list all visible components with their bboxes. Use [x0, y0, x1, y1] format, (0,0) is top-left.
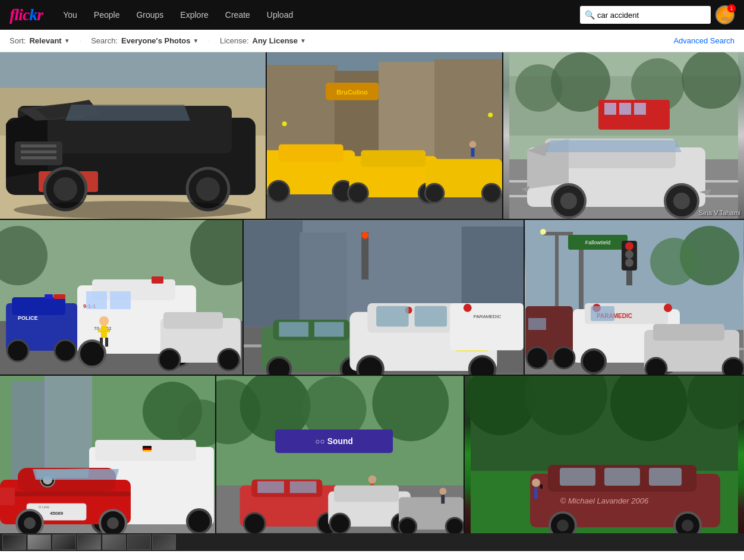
svg-rect-171: [143, 450, 152, 452]
advanced-search-link[interactable]: Advanced Search: [673, 36, 734, 45]
svg-rect-118: [376, 306, 409, 327]
svg-rect-43: [471, 148, 475, 157]
photo-p3-1[interactable]: D UAE 45089: [0, 376, 215, 533]
photo-p2-3[interactable]: Fallowtield PARAMEDIC: [525, 220, 744, 375]
svg-text:Fallowtield: Fallowtield: [585, 240, 611, 246]
photo-p2-2-image: DT2-C01 PARAMEDIC: [244, 220, 524, 375]
filter-bar: Sort: Relevant ▼ · Search: Everyone's Ph…: [0, 30, 744, 52]
svg-rect-14: [21, 156, 56, 159]
search-area: 🔍 1: [580, 5, 734, 24]
photo-p2-1-image: POLICE 9-1-1 70-0062: [0, 220, 242, 375]
svg-text:D UAE: D UAE: [39, 505, 49, 509]
svg-rect-94: [105, 338, 108, 347]
svg-rect-55: [634, 103, 646, 115]
svg-point-42: [469, 141, 477, 148]
svg-rect-232: [540, 485, 543, 489]
nav-create[interactable]: Create: [217, 0, 258, 30]
thumb-2[interactable]: [27, 534, 51, 550]
svg-rect-101: [300, 232, 346, 327]
photo-p2-1[interactable]: POLICE 9-1-1 70-0062: [0, 220, 242, 375]
svg-point-173: [187, 509, 211, 533]
scroll-strip[interactable]: [0, 533, 744, 551]
svg-rect-75: [12, 297, 65, 315]
photo-p1-3[interactable]: Sina V.Tahami: [503, 52, 744, 219]
nav-explore[interactable]: Explore: [172, 0, 216, 30]
svg-point-211: [446, 518, 464, 533]
svg-point-203: [368, 476, 377, 484]
photo-p1-3-attribution: Sina V.Tahami: [699, 209, 740, 216]
svg-point-230: [532, 479, 540, 487]
svg-rect-158: [528, 318, 546, 330]
svg-rect-111: [279, 322, 308, 337]
svg-point-90: [99, 316, 109, 326]
svg-rect-100: [244, 221, 302, 326]
svg-point-79: [7, 340, 29, 361]
svg-point-22: [14, 201, 251, 219]
svg-point-123: [469, 356, 496, 375]
search-filter-arrow-icon: ▼: [193, 37, 199, 44]
photo-p1-1[interactable]: OUCH! SOMETHING 12345: [0, 52, 266, 219]
svg-point-147: [664, 304, 672, 312]
photo-p1-1-image: OUCH! SOMETHING 12345: [0, 52, 266, 219]
svg-rect-148: [591, 306, 614, 321]
license-group: License: Any License ▼: [220, 36, 306, 45]
photo-p3-2-image: ○○ Sound: [216, 376, 464, 533]
license-value: Any License: [253, 36, 298, 45]
sort-select[interactable]: Relevant ▼: [29, 36, 70, 45]
thumb-5[interactable]: [102, 534, 126, 550]
svg-rect-223: [560, 468, 595, 486]
svg-point-210: [399, 518, 417, 533]
nav-groups[interactable]: Groups: [128, 0, 172, 30]
svg-rect-231: [534, 487, 538, 499]
nav-people[interactable]: People: [86, 0, 128, 30]
svg-rect-200: [290, 482, 317, 493]
search-filter-label: Search:: [91, 36, 118, 45]
svg-rect-83: [152, 276, 163, 284]
svg-marker-10: [65, 105, 190, 121]
user-avatar[interactable]: 1: [715, 5, 734, 24]
search-icon: 🔍: [585, 10, 595, 20]
svg-point-19: [53, 177, 77, 201]
flickr-logo[interactable]: flickr: [10, 5, 43, 24]
divider-2: ·: [208, 36, 210, 45]
sort-value: Relevant: [29, 36, 61, 45]
svg-point-0: [723, 11, 727, 15]
svg-rect-36: [361, 150, 425, 167]
svg-rect-53: [604, 103, 616, 115]
svg-point-229: [682, 520, 693, 531]
thumb-4[interactable]: [77, 534, 101, 550]
thumb-7[interactable]: [152, 534, 176, 550]
thumb-6[interactable]: [127, 534, 151, 550]
svg-point-207: [330, 514, 350, 533]
thumb-1[interactable]: [2, 534, 26, 550]
photo-p1-2[interactable]: BruCulino: [266, 52, 503, 219]
search-filter-value: Everyone's Photos: [121, 36, 191, 45]
notification-badge: 1: [727, 4, 736, 12]
svg-point-65: [560, 193, 577, 209]
svg-point-122: [357, 356, 383, 375]
svg-rect-225: [649, 468, 682, 486]
svg-rect-129: [543, 232, 573, 235]
photo-p3-3-image: © Michael Lavander 2006: [465, 376, 744, 533]
svg-point-186: [107, 517, 119, 529]
search-input[interactable]: [597, 11, 706, 20]
svg-point-137: [625, 250, 633, 259]
photo-p2-3-image: Fallowtield PARAMEDIC: [525, 220, 744, 375]
photo-p3-2[interactable]: ○○ Sound: [215, 376, 465, 533]
license-select[interactable]: Any License ▼: [253, 36, 307, 45]
svg-point-212: [439, 487, 446, 495]
nav-you[interactable]: You: [55, 0, 86, 30]
svg-rect-124: [450, 303, 524, 350]
nav-upload[interactable]: Upload: [258, 0, 301, 30]
svg-point-105: [361, 241, 368, 248]
photo-p3-3[interactable]: © Michael Lavander 2006: [465, 376, 744, 533]
svg-point-138: [625, 259, 633, 267]
svg-rect-85: [86, 291, 107, 309]
photo-p2-2[interactable]: DT2-C01 PARAMEDIC: [242, 220, 525, 375]
search-filter-select[interactable]: Everyone's Photos ▼: [121, 36, 198, 45]
svg-rect-199: [257, 482, 284, 493]
svg-point-149: [582, 350, 606, 373]
svg-point-227: [557, 520, 569, 531]
svg-point-21: [196, 177, 220, 201]
thumb-3[interactable]: [52, 534, 76, 550]
